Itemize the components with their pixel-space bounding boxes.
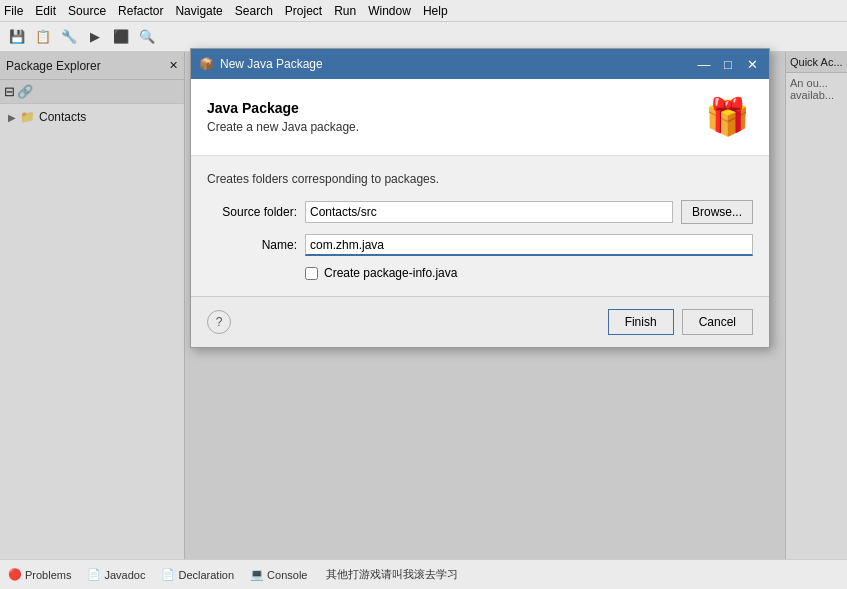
dialog-header: Java Package Create a new Java package. … (191, 79, 769, 156)
toolbar-settings[interactable]: 🔧 (58, 26, 80, 48)
dialog-body: Creates folders corresponding to package… (191, 156, 769, 296)
finish-button[interactable]: Finish (608, 309, 674, 335)
menu-window[interactable]: Window (368, 4, 411, 18)
declaration-icon: 📄 (161, 568, 175, 581)
dialog-footer: ? Finish Cancel (191, 296, 769, 347)
dialog-header-icon: 🎁 (701, 91, 753, 143)
name-row: Name: (207, 234, 753, 256)
menu-run[interactable]: Run (334, 4, 356, 18)
status-tab-other[interactable]: 其他打游戏请叫我滚去学习 (323, 567, 458, 582)
status-bar: 🔴 Problems 📄 Javadoc 📄 Declaration 💻 Con… (0, 559, 847, 589)
dialog-description: Creates folders corresponding to package… (207, 172, 753, 186)
toolbar-stop[interactable]: ⬛ (110, 26, 132, 48)
dialog-subtitle: Create a new Java package. (207, 120, 359, 134)
dialog-title: New Java Package (220, 57, 689, 71)
package-name-input[interactable] (305, 234, 753, 256)
close-button[interactable]: ✕ (743, 55, 761, 73)
console-icon: 💻 (250, 568, 264, 581)
help-button[interactable]: ? (207, 310, 231, 334)
dialog-titlebar: 📦 New Java Package — □ ✕ (191, 49, 769, 79)
menu-project[interactable]: Project (285, 4, 322, 18)
menu-bar: File Edit Source Refactor Navigate Searc… (0, 0, 847, 22)
menu-search[interactable]: Search (235, 4, 273, 18)
menu-edit[interactable]: Edit (35, 4, 56, 18)
menu-help[interactable]: Help (423, 4, 448, 18)
source-folder-row: Source folder: Browse... (207, 200, 753, 224)
menu-file[interactable]: File (4, 4, 23, 18)
create-package-info-checkbox[interactable] (305, 267, 318, 280)
dialog-main-title: Java Package (207, 100, 359, 116)
menu-navigate[interactable]: Navigate (175, 4, 222, 18)
status-tab-javadoc[interactable]: 📄 Javadoc (87, 568, 145, 581)
javadoc-icon: 📄 (87, 568, 101, 581)
toolbar-copy[interactable]: 📋 (32, 26, 54, 48)
status-tab-declaration[interactable]: 📄 Declaration (161, 568, 234, 581)
problems-icon: 🔴 (8, 568, 22, 581)
source-folder-label: Source folder: (207, 205, 297, 219)
dialog-header-left: Java Package Create a new Java package. (207, 100, 359, 134)
source-folder-input[interactable] (305, 201, 673, 223)
create-package-info-row: Create package-info.java (305, 266, 753, 280)
cancel-button[interactable]: Cancel (682, 309, 753, 335)
status-tab-console[interactable]: 💻 Console (250, 568, 307, 581)
minimize-button[interactable]: — (695, 55, 713, 73)
dialog-title-icon: 📦 (199, 57, 214, 71)
toolbar-save[interactable]: 💾 (6, 26, 28, 48)
menu-refactor[interactable]: Refactor (118, 4, 163, 18)
create-package-info-label: Create package-info.java (324, 266, 457, 280)
menu-source[interactable]: Source (68, 4, 106, 18)
toolbar-search[interactable]: 🔍 (136, 26, 158, 48)
maximize-button[interactable]: □ (719, 55, 737, 73)
status-tab-problems[interactable]: 🔴 Problems (8, 568, 71, 581)
name-label: Name: (207, 238, 297, 252)
toolbar-run[interactable]: ▶ (84, 26, 106, 48)
browse-button[interactable]: Browse... (681, 200, 753, 224)
new-java-package-dialog: 📦 New Java Package — □ ✕ Java Package Cr… (190, 48, 770, 348)
